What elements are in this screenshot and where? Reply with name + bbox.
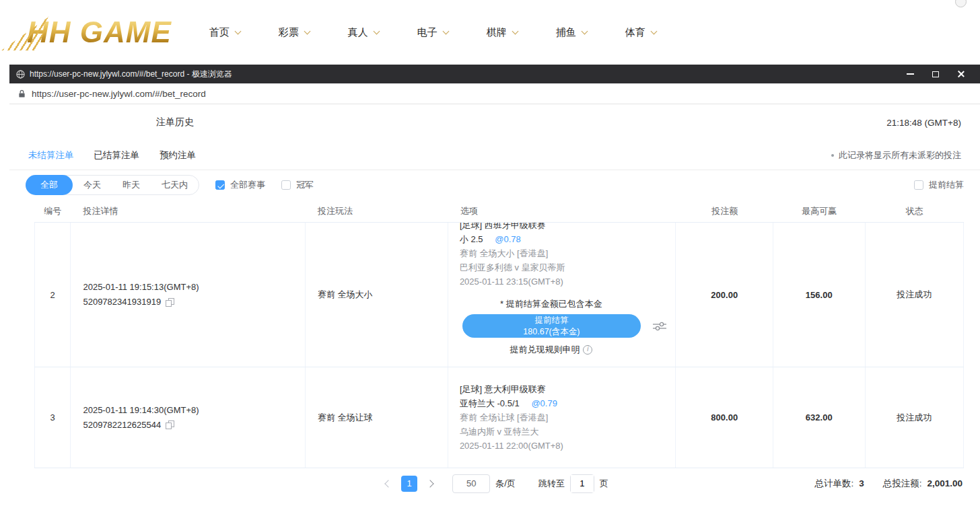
bet-amount: 800.00 xyxy=(676,367,773,468)
maximize-button[interactable] xyxy=(925,65,946,83)
header-max-win: 最高可赢 xyxy=(773,200,866,222)
nav-item-slots[interactable]: 电子 xyxy=(417,26,448,39)
next-page-button[interactable] xyxy=(423,476,438,491)
early-settle-button[interactable]: 提前结算 180.67(含本金) xyxy=(462,314,641,338)
window-controls xyxy=(895,65,972,83)
bet-no: 3 xyxy=(34,367,71,468)
pagination: 1 条/页 跳转至 页 总计单数: 3 总投注额: 2,001.00 xyxy=(26,468,964,499)
chevron-down-icon xyxy=(650,28,657,34)
nav-item-sports[interactable]: 体育 xyxy=(625,26,656,39)
copy-icon[interactable] xyxy=(166,298,174,307)
note-dot-icon xyxy=(831,154,834,157)
early-settle-adjust-icon[interactable] xyxy=(653,322,666,331)
info-icon[interactable] xyxy=(583,345,592,355)
tab-unsettled[interactable]: 未结算注单 xyxy=(28,149,74,161)
jump-page-box[interactable] xyxy=(570,474,594,493)
server-clock: 21:18:48 (GMT+8) xyxy=(886,118,961,128)
tab-reserved[interactable]: 预约注单 xyxy=(160,149,196,161)
copy-icon[interactable] xyxy=(166,420,174,429)
total-amount: 2,001.00 xyxy=(927,478,963,488)
nav-item-live[interactable]: 真人 xyxy=(348,26,379,39)
bet-detail-cell: 2025-01-11 19:15:13(GMT+8) 5209782341931… xyxy=(71,223,306,367)
option-match-time: 2025-01-11 23:15(GMT+8) xyxy=(460,274,676,289)
checkbox-early-settle-filter[interactable]: 提前结算 xyxy=(914,179,964,191)
option-pick: 小 2.5 xyxy=(460,234,483,244)
nav-item-home[interactable]: 首页 xyxy=(209,26,240,39)
window-title: https://user-pc-new.jylywl.com/#/bet_rec… xyxy=(30,69,232,80)
option-market: 赛前 全场让球 [香港盘] xyxy=(460,410,548,425)
prev-page-button[interactable] xyxy=(381,476,396,491)
nav-item-fishing[interactable]: 捕鱼 xyxy=(556,26,587,39)
bet-no: 2 xyxy=(34,223,71,367)
header-no: 编号 xyxy=(34,200,71,222)
chevron-down-icon xyxy=(442,28,449,34)
checkbox-checked-icon xyxy=(215,180,225,190)
site-logo[interactable]: HH GAME xyxy=(9,14,172,50)
page-size-input[interactable] xyxy=(457,478,485,488)
nav-item-lottery[interactable]: 彩票 xyxy=(279,26,310,39)
table-row: 2 2025-01-11 19:15:13(GMT+8) 52097823419… xyxy=(34,223,964,367)
bet-status: 投注成功 xyxy=(866,367,964,468)
option-match-time: 2025-01-11 22:00(GMT+8) xyxy=(460,439,563,453)
close-button[interactable] xyxy=(950,65,972,83)
checkbox-unchecked-icon xyxy=(914,180,923,190)
tabs-note: 此记录将显示所有未派彩的投注 xyxy=(831,149,961,161)
page-size-suffix: 条/页 xyxy=(495,478,516,490)
pill-seven-days[interactable]: 七天内 xyxy=(151,176,199,194)
checkbox-all-events[interactable]: 全部赛事 xyxy=(215,179,265,191)
option-league: [足球] 西班牙甲级联赛 xyxy=(460,223,676,232)
lock-icon xyxy=(18,89,26,98)
pill-all[interactable]: 全部 xyxy=(26,175,73,195)
bet-record-page: 注单历史 21:18:48 (GMT+8) 未结算注单 已结算注单 预约注单 此… xyxy=(9,104,980,514)
early-cashout-rules-link[interactable]: 提前兑现规则申明 xyxy=(460,344,643,356)
option-match: 乌迪内斯 v 亚特兰大 xyxy=(460,425,539,439)
total-count: 3 xyxy=(859,478,864,488)
browser-titlebar[interactable]: https://user-pc-new.jylywl.com/#/bet_rec… xyxy=(9,65,980,83)
chevron-down-icon xyxy=(373,28,380,34)
main-nav: 首页 彩票 真人 电子 棋牌 捕鱼 体育 xyxy=(209,26,656,39)
maximize-icon xyxy=(932,71,939,77)
url-text: https://user-pc-new.jylywl.com/#/bet_rec… xyxy=(32,89,206,99)
bet-id: 5209782212625544 xyxy=(83,418,161,433)
jump-page-input[interactable] xyxy=(571,475,594,492)
option-odds: @0.79 xyxy=(531,398,557,408)
tab-settled[interactable]: 已结算注单 xyxy=(94,149,140,161)
bet-play: 赛前 全场让球 xyxy=(306,367,448,468)
bet-amount: 200.00 xyxy=(676,223,773,367)
bet-time: 2025-01-11 19:14:30(GMT+8) xyxy=(83,403,199,418)
bet-max-win: 156.00 xyxy=(773,223,866,367)
bet-id: 5209782341931919 xyxy=(83,295,161,309)
early-settle-note: * 提前结算金额已包含本金 xyxy=(460,298,643,310)
chevron-left-icon xyxy=(385,480,392,487)
checkbox-champion[interactable]: 冠军 xyxy=(281,179,314,191)
page-title: 注单历史 xyxy=(156,116,194,128)
globe-icon xyxy=(16,70,25,79)
checkbox-unchecked-icon xyxy=(281,180,291,190)
nav-item-cards[interactable]: 棋牌 xyxy=(487,26,518,39)
page-head: 注单历史 21:18:48 (GMT+8) xyxy=(9,104,980,141)
bet-detail-cell: 2025-01-11 19:14:30(GMT+8) 5209782212625… xyxy=(71,367,306,468)
pill-today[interactable]: 今天 xyxy=(73,176,112,194)
floating-widget-icon[interactable] xyxy=(955,0,967,7)
bet-play: 赛前 全场大小 xyxy=(306,223,448,367)
pill-yesterday[interactable]: 昨天 xyxy=(112,176,151,194)
table-row: 3 2025-01-11 19:14:30(GMT+8) 52097822126… xyxy=(34,367,964,468)
header-play: 投注玩法 xyxy=(306,200,448,222)
option-odds: @0.78 xyxy=(495,234,521,244)
option-market: 赛前 全场大小 [香港盘] xyxy=(460,246,676,260)
date-range-group: 全部 今天 昨天 七天内 xyxy=(26,175,199,195)
page-number-button[interactable]: 1 xyxy=(401,476,417,492)
chevron-down-icon xyxy=(234,28,241,34)
option-pick: 亚特兰大 -0.5/1 xyxy=(460,398,520,408)
page-size-select[interactable] xyxy=(452,474,490,493)
chevron-down-icon xyxy=(512,28,518,34)
minimize-button[interactable] xyxy=(899,65,921,83)
header-amount: 投注额 xyxy=(676,200,773,222)
filter-row: 全部 今天 昨天 七天内 全部赛事 冠军 提前结算 xyxy=(9,170,980,200)
totals: 总计单数: 3 总投注额: 2,001.00 xyxy=(814,478,963,490)
minimize-icon xyxy=(907,73,914,75)
bet-table: 编号 投注详情 投注玩法 选项 投注额 最高可赢 状态 2 2025-01-11… xyxy=(34,200,964,468)
header-option: 选项 xyxy=(448,200,676,222)
table-header: 编号 投注详情 投注玩法 选项 投注额 最高可赢 状态 xyxy=(34,200,964,223)
address-bar[interactable]: https://user-pc-new.jylywl.com/#/bet_rec… xyxy=(9,83,980,104)
